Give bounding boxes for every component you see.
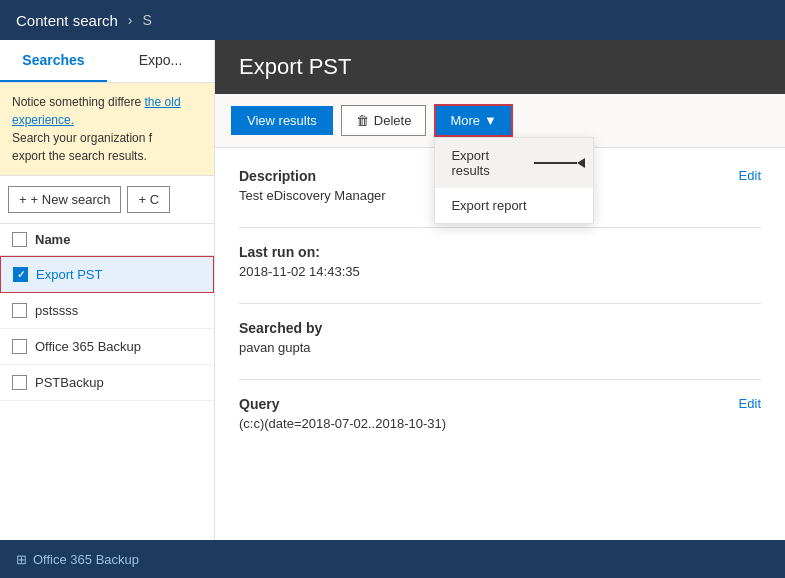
view-results-button[interactable]: View results [231,106,333,135]
delete-button[interactable]: 🗑 Delete [341,105,427,136]
tab-searches[interactable]: Searches [0,40,107,82]
nav-separator: › [128,12,133,28]
toolbar: View results 🗑 Delete More ▼ Export resu… [215,94,785,148]
description-info: Description Test eDiscovery Manager [239,168,386,203]
bottom-bar: ⊞ Office 365 Backup [0,540,785,578]
searched-by-section: Searched by pavan gupta [239,320,761,355]
checkbox-office365[interactable] [12,339,27,354]
list-header-label: Name [35,232,70,247]
content-header: Export PST [215,40,785,94]
sidebar-tabs: Searches Expo... [0,40,214,83]
list-header: Name [0,224,214,256]
divider-3 [239,379,761,380]
bottom-bar-label: Office 365 Backup [33,552,139,567]
nav-subtitle: S [142,12,151,28]
item-label-pstbackup: PSTBackup [35,375,104,390]
list-item-office365-backup[interactable]: Office 365 Backup [0,329,214,365]
last-run-label: Last run on: [239,244,761,260]
plus-icon: + [19,192,27,207]
delete-icon: 🗑 [356,113,369,128]
new-search-label: + New search [31,192,111,207]
query-row: Query (c:c)(date=2018-07-02..2018-10-31)… [239,396,761,431]
select-all-checkbox[interactable] [12,232,27,247]
checkbox-pstssss[interactable] [12,303,27,318]
divider-2 [239,303,761,304]
content-area: Export PST View results 🗑 Delete More ▼ … [215,40,785,540]
last-run-section: Last run on: 2018-11-02 14:43:35 [239,244,761,279]
nav-title: Content search [16,12,118,29]
bottom-bar-icon: ⊞ [16,552,27,567]
checkbox-export-pst[interactable] [13,267,28,282]
item-label-pstssss: pstssss [35,303,78,318]
new-search-button[interactable]: + + New search [8,186,121,213]
description-value: Test eDiscovery Manager [239,188,386,203]
notice-text2: Search your organization f [12,131,152,145]
more-dropdown-menu: Export results Export report [434,137,594,224]
chevron-down-icon: ▼ [484,113,497,128]
description-label: Description [239,168,386,184]
more-button[interactable]: More ▼ [434,104,513,137]
dropdown-item-export-results[interactable]: Export results [435,138,593,188]
export-report-label: Export report [451,198,526,213]
query-section: Query (c:c)(date=2018-07-02..2018-10-31)… [239,396,761,431]
divider-1 [239,227,761,228]
last-run-value: 2018-11-02 14:43:35 [239,264,761,279]
arrow-right-indicator [534,162,577,164]
main-layout: Searches Expo... Notice something differ… [0,40,785,540]
more-btn-wrapper: More ▼ Export results Export report [434,104,513,137]
query-info: Query (c:c)(date=2018-07-02..2018-10-31) [239,396,446,431]
export-results-label: Export results [451,148,520,178]
description-edit-link[interactable]: Edit [739,168,761,183]
dropdown-item-export-report[interactable]: Export report [435,188,593,223]
other-label: + C [138,192,159,207]
tab-exports[interactable]: Expo... [107,40,214,82]
bottom-bar-link[interactable]: ⊞ Office 365 Backup [16,552,139,567]
notice-text1: Notice something differe [12,95,141,109]
searched-by-value: pavan gupta [239,340,761,355]
query-value: (c:c)(date=2018-07-02..2018-10-31) [239,416,446,431]
notice-text3: export the search results. [12,149,147,163]
sidebar: Searches Expo... Notice something differ… [0,40,215,540]
checkbox-pstbackup[interactable] [12,375,27,390]
content-title: Export PST [239,54,761,80]
list-item-pstbackup[interactable]: PSTBackup [0,365,214,401]
more-label: More [450,113,480,128]
searched-by-label: Searched by [239,320,761,336]
item-label-export-pst: Export PST [36,267,102,282]
arrow-tip [577,158,585,168]
delete-label: Delete [374,113,412,128]
other-button[interactable]: + C [127,186,170,213]
list-item-export-pst[interactable]: Export PST [0,256,214,293]
query-label: Query [239,396,446,412]
list-item-pstssss[interactable]: pstssss [0,293,214,329]
sidebar-buttons: + + New search + C [0,176,214,224]
top-nav: Content search › S [0,0,785,40]
item-label-office365: Office 365 Backup [35,339,141,354]
query-edit-link[interactable]: Edit [739,396,761,411]
notice-banner: Notice something differe the old experie… [0,83,214,176]
